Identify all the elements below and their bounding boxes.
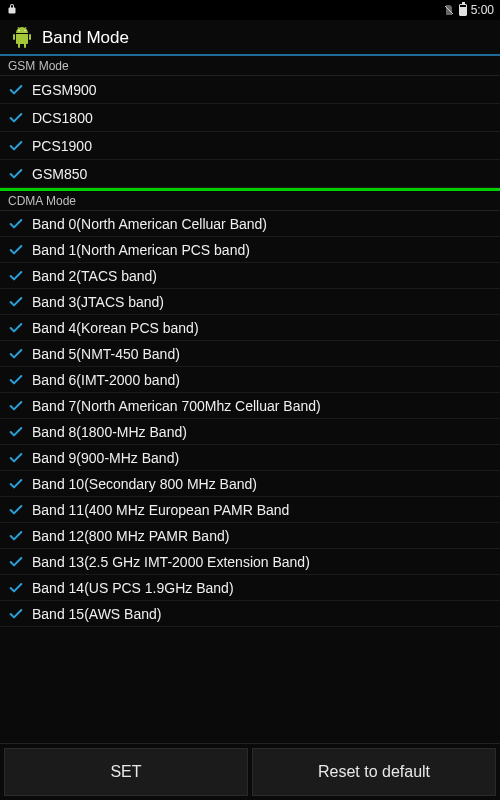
checkmark-icon [8, 528, 24, 544]
button-bar: SET Reset to default [0, 743, 500, 800]
svg-point-1 [24, 30, 25, 31]
cdma-item[interactable]: Band 10(Secondary 800 MHz Band) [0, 471, 500, 497]
cdma-item-label: Band 12(800 MHz PAMR Band) [32, 528, 229, 544]
cdma-item[interactable]: Band 15(AWS Band) [0, 601, 500, 627]
app-bar: Band Mode [0, 20, 500, 56]
svg-rect-3 [29, 34, 31, 40]
cdma-item[interactable]: Band 0(North American Celluar Band) [0, 211, 500, 237]
svg-point-0 [18, 30, 19, 31]
cdma-item[interactable]: Band 1(North American PCS band) [0, 237, 500, 263]
gsm-item-label: EGSM900 [32, 82, 97, 98]
checkmark-icon [8, 138, 24, 154]
checkmark-icon [8, 216, 24, 232]
cdma-item[interactable]: Band 9(900-MHz Band) [0, 445, 500, 471]
cdma-item[interactable]: Band 6(IMT-2000 band) [0, 367, 500, 393]
gsm-item[interactable]: GSM850 [0, 160, 500, 188]
checkmark-icon [8, 372, 24, 388]
checkmark-icon [8, 450, 24, 466]
cdma-item-label: Band 14(US PCS 1.9GHz Band) [32, 580, 234, 596]
gsm-item[interactable]: EGSM900 [0, 76, 500, 104]
cdma-item[interactable]: Band 11(400 MHz European PAMR Band [0, 497, 500, 523]
gsm-item-label: DCS1800 [32, 110, 93, 126]
checkmark-icon [8, 476, 24, 492]
section-header-gsm: GSM Mode [0, 56, 500, 76]
status-time: 5:00 [471, 3, 494, 17]
checkmark-icon [8, 268, 24, 284]
checkmark-icon [8, 346, 24, 362]
svg-rect-2 [13, 34, 15, 40]
checkmark-icon [8, 424, 24, 440]
cdma-item-label: Band 8(1800-MHz Band) [32, 424, 187, 440]
cdma-item-label: Band 7(North American 700Mhz Celluar Ban… [32, 398, 321, 414]
cdma-item[interactable]: Band 5(NMT-450 Band) [0, 341, 500, 367]
cdma-item-label: Band 9(900-MHz Band) [32, 450, 179, 466]
lock-icon [6, 3, 18, 18]
checkmark-icon [8, 242, 24, 258]
set-button[interactable]: SET [4, 748, 248, 796]
checkmark-icon [8, 398, 24, 414]
checkmark-icon [8, 320, 24, 336]
checkmark-icon [8, 580, 24, 596]
cdma-item-label: Band 13(2.5 GHz IMT-2000 Extension Band) [32, 554, 310, 570]
page-title: Band Mode [42, 28, 129, 48]
cdma-item[interactable]: Band 13(2.5 GHz IMT-2000 Extension Band) [0, 549, 500, 575]
cdma-item-label: Band 3(JTACS band) [32, 294, 164, 310]
cdma-item[interactable]: Band 4(Korean PCS band) [0, 315, 500, 341]
cdma-item-label: Band 15(AWS Band) [32, 606, 161, 622]
no-sim-icon [443, 4, 455, 16]
cdma-item-label: Band 10(Secondary 800 MHz Band) [32, 476, 257, 492]
cdma-item-label: Band 4(Korean PCS band) [32, 320, 199, 336]
gsm-item-label: GSM850 [32, 166, 87, 182]
checkmark-icon [8, 166, 24, 182]
checkmark-icon [8, 110, 24, 126]
gsm-item[interactable]: PCS1900 [0, 132, 500, 160]
checkmark-icon [8, 606, 24, 622]
checkmark-icon [8, 554, 24, 570]
gsm-item[interactable]: DCS1800 [0, 104, 500, 132]
section-header-cdma: CDMA Mode [0, 191, 500, 211]
checkmark-icon [8, 294, 24, 310]
android-icon [10, 26, 34, 50]
cdma-item-label: Band 2(TACS band) [32, 268, 157, 284]
cdma-item-label: Band 5(NMT-450 Band) [32, 346, 180, 362]
cdma-item-label: Band 1(North American PCS band) [32, 242, 250, 258]
cdma-item[interactable]: Band 14(US PCS 1.9GHz Band) [0, 575, 500, 601]
cdma-item-label: Band 6(IMT-2000 band) [32, 372, 180, 388]
cdma-item-label: Band 0(North American Celluar Band) [32, 216, 267, 232]
gsm-item-label: PCS1900 [32, 138, 92, 154]
cdma-item[interactable]: Band 2(TACS band) [0, 263, 500, 289]
cdma-item[interactable]: Band 7(North American 700Mhz Celluar Ban… [0, 393, 500, 419]
checkmark-icon [8, 82, 24, 98]
status-bar: 5:00 [0, 0, 500, 20]
battery-icon [459, 4, 467, 16]
cdma-item[interactable]: Band 12(800 MHz PAMR Band) [0, 523, 500, 549]
band-list[interactable]: GSM Mode EGSM900DCS1800PCS1900GSM850 CDM… [0, 56, 500, 743]
cdma-item-label: Band 11(400 MHz European PAMR Band [32, 502, 289, 518]
cdma-item[interactable]: Band 8(1800-MHz Band) [0, 419, 500, 445]
reset-button[interactable]: Reset to default [252, 748, 496, 796]
checkmark-icon [8, 502, 24, 518]
cdma-item[interactable]: Band 3(JTACS band) [0, 289, 500, 315]
